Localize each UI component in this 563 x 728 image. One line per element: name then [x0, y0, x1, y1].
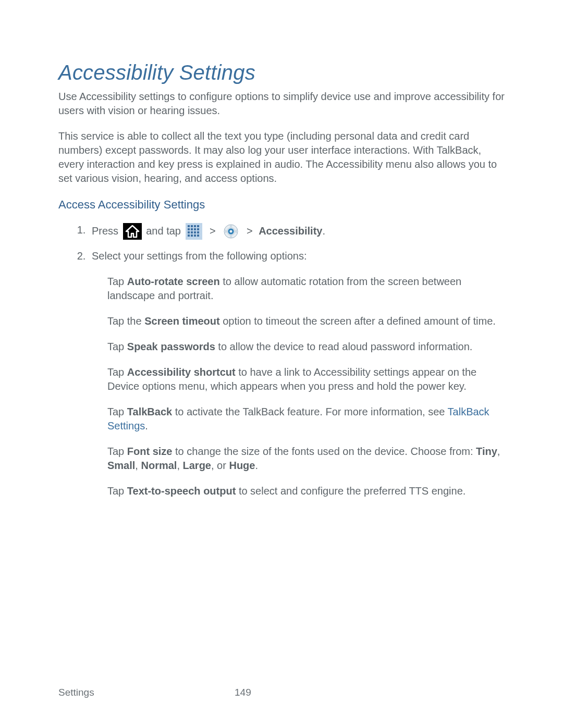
opt6-b2: Small	[107, 460, 135, 471]
option-accessibility-shortcut: Tap Accessibility shortcut to have a lin…	[107, 365, 505, 393]
svg-rect-3	[230, 225, 232, 228]
option-auto-rotate: Tap Auto-rotate screen to allow automati…	[107, 275, 505, 303]
opt5-pre: Tap	[107, 406, 127, 417]
option-speak-passwords: Tap Speak passwords to allow the device …	[107, 340, 505, 354]
opt4-pre: Tap	[107, 366, 127, 378]
step-2: Select your settings from the following …	[89, 249, 505, 498]
opt6-c3: ,	[177, 460, 182, 471]
intro-paragraph-2: This service is able to collect all the …	[58, 129, 505, 186]
section-heading-access: Access Accessibility Settings	[58, 197, 505, 213]
home-icon	[123, 223, 142, 240]
step-1: Press and tap >	[89, 222, 505, 240]
opt3-bold: Speak passwords	[127, 341, 215, 352]
svg-marker-0	[126, 226, 139, 237]
settings-gear-icon	[223, 224, 239, 239]
opt6-b1: Tiny	[476, 446, 497, 457]
page-content: Accessibility Settings Use Accessibility…	[58, 58, 505, 510]
opt2-pre: Tap the	[107, 315, 144, 327]
opt6-c1: ,	[497, 446, 500, 457]
apps-icon	[186, 223, 202, 240]
opt1-pre: Tap	[107, 276, 127, 287]
opt6-bold: Font size	[127, 446, 173, 457]
step-2-text: Select your settings from the following …	[92, 250, 307, 262]
step-1-press: Press	[92, 225, 121, 237]
opt6-pre: Tap	[107, 446, 127, 457]
breadcrumb-sep-1: >	[210, 225, 216, 237]
option-font-size: Tap Font size to change the size of the …	[107, 445, 505, 473]
option-tts: Tap Text-to-speech output to select and …	[107, 484, 505, 498]
opt6-post: .	[255, 460, 258, 471]
opt7-pre: Tap	[107, 485, 127, 497]
opt6-c2: ,	[135, 460, 141, 471]
opt5-mid: to activate the TalkBack feature. For mo…	[172, 406, 447, 417]
opt1-bold: Auto-rotate screen	[127, 276, 220, 287]
step-1-and-tap: and tap	[146, 225, 183, 237]
opt6-b4: Large	[183, 460, 211, 471]
svg-rect-4	[230, 235, 232, 238]
opt2-post: option to timeout the screen after a def…	[220, 315, 496, 327]
accessibility-label: Accessibility	[259, 225, 322, 237]
opt6-mid: to change the size of the fonts used on …	[172, 446, 476, 457]
intro-paragraph-1: Use Accessibility settings to configure …	[58, 90, 505, 118]
opt5-bold: TalkBack	[127, 406, 172, 417]
footer-page-number: 149	[235, 686, 251, 699]
steps-list: Press and tap >	[58, 222, 505, 499]
opt6-c4: , or	[211, 460, 229, 471]
opt3-post: to allow the device to read aloud passwo…	[215, 341, 473, 352]
opt5-post: .	[145, 420, 148, 431]
opt7-post: to select and configure the preferred TT…	[236, 485, 466, 497]
page-footer: Settings 149	[58, 686, 505, 699]
breadcrumb-sep-2: >	[247, 225, 253, 237]
opt2-bold: Screen timeout	[144, 315, 219, 327]
option-talkback: Tap TalkBack to activate the TalkBack fe…	[107, 405, 505, 433]
option-screen-timeout: Tap the Screen timeout option to timeout…	[107, 314, 505, 328]
step-1-period: .	[322, 225, 325, 237]
opt4-bold: Accessibility shortcut	[127, 366, 236, 378]
opt6-b3: Normal	[141, 460, 177, 471]
opt6-b5: Huge	[229, 460, 255, 471]
svg-point-12	[230, 230, 232, 233]
options-list: Tap Auto-rotate screen to allow automati…	[92, 275, 505, 498]
page-title: Accessibility Settings	[58, 58, 505, 87]
opt7-bold: Text-to-speech output	[127, 485, 236, 497]
footer-section-name: Settings	[58, 687, 94, 698]
opt3-pre: Tap	[107, 341, 127, 352]
